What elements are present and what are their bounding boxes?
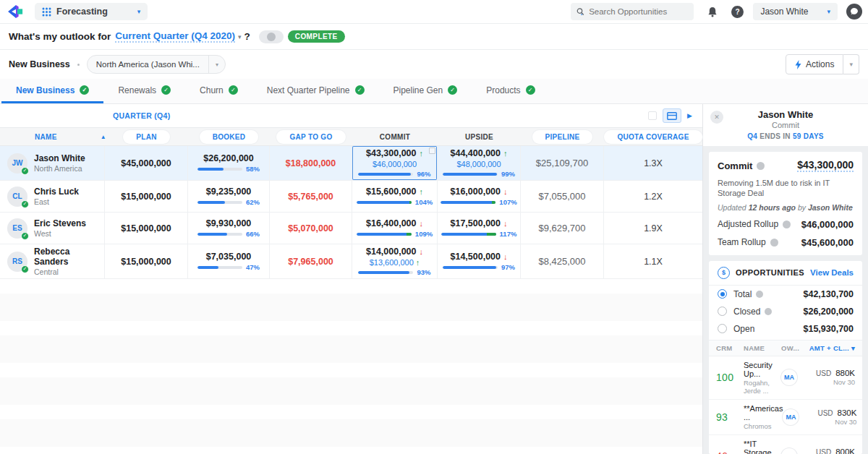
booked-value: $9,930,000 [206, 218, 252, 228]
deal-row[interactable]: 93 **Americas ...Chromos MA USD830KNov 3… [709, 400, 862, 435]
owner-badge[interactable]: MA [781, 369, 797, 385]
column-header-commit[interactable]: COMMIT [352, 128, 438, 145]
table-row[interactable]: RS ✓ Rebecca Sanders Central $15,000,000… [0, 244, 702, 279]
period-selector[interactable]: Current Quarter (Q4 2020) [115, 30, 235, 43]
tab-products[interactable]: Products ✓ [472, 79, 549, 103]
owner-badge[interactable]: MA [781, 448, 797, 454]
board-view-button[interactable] [663, 108, 681, 123]
radio-selected-icon[interactable] [718, 289, 727, 299]
help-button[interactable]: ? [728, 3, 746, 20]
upside-cell[interactable]: $14,500,000 ↓ 97% [438, 244, 521, 278]
commit-cell[interactable]: $16,400,000 ↓ 109% [352, 213, 438, 244]
notifications-button[interactable] [704, 3, 721, 20]
tab-label: Churn [200, 85, 224, 95]
column-header-upside[interactable]: UPSIDE [438, 128, 521, 145]
info-icon[interactable] [756, 291, 763, 298]
check-circle-icon: ✓ [21, 265, 29, 273]
deal-row[interactable]: 46 **IT Storage...Rainbow Servi... MA US… [709, 435, 862, 454]
deal-row[interactable]: 100 Security Up...Rogahn, Jerde ... MA U… [709, 356, 862, 400]
view-deals-link[interactable]: View Deals [810, 268, 854, 277]
booked-percent: 66% [246, 230, 260, 238]
expand-cell-icon[interactable] [429, 147, 435, 154]
table-view-icon[interactable] [648, 111, 657, 120]
column-header-gap-to-go[interactable]: GAP TO GO [270, 128, 352, 145]
commit-cell[interactable]: $15,600,000 ↑ 104% [352, 181, 438, 212]
commit-card-value[interactable]: $43,300,000 [797, 159, 854, 172]
commit-updated-line: Updated 12 hours ago by Jason White [718, 203, 854, 212]
info-icon[interactable] [757, 162, 765, 170]
radio-icon[interactable] [718, 324, 727, 333]
commit-cell-selected[interactable]: $43,300,000 ↑ $46,000,000 96% [352, 146, 438, 180]
chevron-down-icon[interactable]: ▾ [238, 33, 242, 40]
upside-cell[interactable]: $16,000,000 ↓ 107% [438, 181, 521, 212]
grid-group-row: QUARTER (Q4) ▶ [0, 104, 702, 127]
tab-next-quarter-pipeline[interactable]: Next Quarter Pipeline ✓ [252, 79, 379, 103]
upside-cell[interactable]: $17,500,000 ↓ 117% [438, 213, 521, 244]
check-circle-icon: ✓ [526, 85, 535, 95]
tab-renewals[interactable]: Renewals ✓ [103, 79, 185, 103]
search-box[interactable] [571, 3, 694, 20]
actions-button-group: Actions ▾ [786, 54, 859, 74]
detail-panel: ✕ Jason White Commit Q4 ENDS IN 59 DAYS … [703, 104, 868, 454]
column-header-name[interactable]: NAME ▲ [0, 128, 105, 145]
toggle-knob-icon [267, 33, 276, 41]
column-header-quota-coverage[interactable]: QUOTA COVERAGE [604, 128, 702, 145]
check-circle-icon: ✓ [355, 85, 365, 95]
close-icon[interactable]: ✕ [710, 111, 723, 124]
tab-label: Renewals [118, 85, 156, 95]
trend-down-icon: ↓ [420, 247, 424, 256]
table-row[interactable]: JW ✓ Jason White North America $45,000,0… [0, 146, 702, 181]
commit-percent: 96% [417, 170, 430, 178]
deal-name[interactable]: Security Up... [744, 361, 781, 378]
deal-close-date: Nov 30 [807, 378, 855, 386]
tab-churn[interactable]: Churn ✓ [185, 79, 252, 103]
upside-progress: 107% [441, 198, 516, 206]
deal-amount: 800K [835, 447, 855, 454]
table-row[interactable]: CL ✓ Chris Luck East $15,000,000 $9,235,… [0, 181, 702, 213]
filter-open[interactable]: Open $15,930,700 [709, 320, 862, 340]
forecast-grid: QUARTER (Q4) ▶ NAME ▲ [0, 104, 703, 454]
rep-region: West [34, 229, 86, 238]
radio-icon[interactable] [718, 307, 727, 316]
user-menu[interactable]: Jason White ▾ [753, 3, 838, 20]
bell-icon [707, 7, 718, 17]
column-amount-sort[interactable]: AMT + CL... ▾ [807, 344, 855, 352]
owner-badge[interactable]: MA [783, 409, 799, 425]
panel-field-name: Commit [710, 121, 861, 129]
info-icon[interactable] [783, 220, 791, 228]
column-header-plan[interactable]: PLAN [105, 128, 188, 145]
scope-selector-label: North America (Jason Whi... [88, 56, 209, 73]
tab-new-business[interactable]: New Business ✓ [1, 79, 103, 103]
info-icon[interactable] [770, 239, 778, 247]
column-name[interactable]: NAME [744, 344, 781, 352]
deal-close-date: Nov 30 [809, 418, 856, 426]
lightning-bolt-icon [795, 60, 801, 69]
commit-note: Removing 1.5M due to risk in IT Storage … [718, 178, 854, 199]
column-crm[interactable]: CRM [716, 344, 744, 352]
info-icon[interactable] [765, 308, 772, 315]
opportunities-header: $ OPPORTUNITIES View Deals [709, 261, 862, 286]
deal-name[interactable]: **IT Storage... [744, 440, 781, 454]
column-owner[interactable]: OW... [781, 344, 807, 352]
upside-cell[interactable]: $44,400,000 ↑ $48,000,000 99% [438, 146, 521, 180]
filter-closed[interactable]: Closed $26,200,000 [709, 303, 862, 320]
actions-dropdown-button[interactable]: ▾ [843, 54, 859, 74]
commit-value: $16,400,000 [366, 218, 417, 228]
table-row[interactable]: ES ✓ Eric Stevens West $15,000,000 $9,93… [0, 213, 702, 244]
deals-table: CRM NAME OW... AMT + CL... ▾ 100 Securit… [709, 340, 862, 454]
status-toggle[interactable] [259, 30, 284, 43]
actions-button[interactable]: Actions [786, 54, 843, 74]
column-header-booked[interactable]: BOOKED [188, 128, 270, 145]
deal-name[interactable]: **Americas ... [744, 404, 783, 421]
search-input[interactable] [589, 7, 688, 16]
check-circle-icon: ✓ [161, 85, 171, 95]
scope-selector[interactable]: North America (Jason Whi... ▾ [87, 55, 226, 74]
column-header-pipeline[interactable]: PIPELINE [521, 128, 604, 145]
commit-cell[interactable]: $14,000,000 ↓ $13,600,000 ↑ 93% [352, 244, 438, 278]
grid-header-row: NAME ▲ PLAN BOOKED GAP TO GO COMMIT UPSI… [0, 127, 702, 146]
tab-pipeline-gen[interactable]: Pipeline Gen ✓ [379, 79, 472, 103]
expand-panel-icon[interactable]: ▶ [687, 112, 692, 119]
app-switcher[interactable]: Forecasting ▾ [35, 3, 148, 20]
chat-widget-button[interactable] [846, 4, 862, 20]
filter-total[interactable]: Total $42,130,700 [709, 286, 862, 303]
